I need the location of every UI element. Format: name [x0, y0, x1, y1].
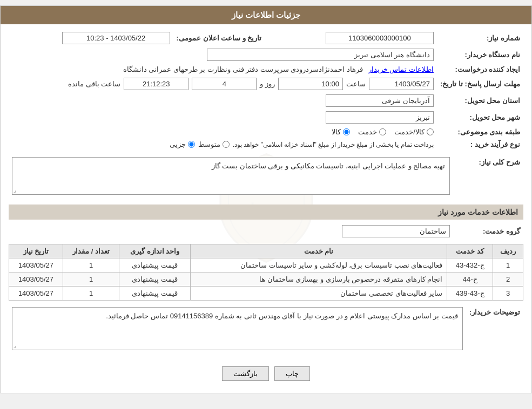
category-label: طبقه بندی موضوعی:: [437, 126, 523, 138]
cell-service-name: سایر فعالیت‌های تخصصی ساختمان: [190, 287, 447, 301]
print-button[interactable]: چاپ: [274, 366, 310, 381]
need-number-label: شماره نیاز:: [437, 30, 523, 46]
response-deadline-row: مهلت ارسال پاسخ: تا تاریخ: 1403/05/27 سا…: [9, 76, 523, 92]
purchase-motevaset-option[interactable]: متوسط: [198, 140, 230, 148]
response-days-label: روز و: [260, 80, 275, 88]
province-label: استان محل تحویل:: [437, 92, 523, 109]
announce-date-label: تاریخ و ساعت اعلان عمومی:: [173, 30, 273, 46]
cell-row-num: 1: [493, 258, 523, 272]
service-group-table: گروه خدمت: ساختمان: [9, 223, 523, 240]
info-table: شماره نیاز: 1103060003000100 تاریخ و ساع…: [9, 30, 523, 151]
requester-label: ایجاد کننده درخواست:: [437, 63, 523, 76]
services-section-header: اطلاعات خدمات مورد نیاز: [9, 204, 523, 220]
purchase-motevaset-label: متوسط: [198, 140, 220, 148]
city-label: شهر محل تحویل:: [437, 109, 523, 126]
category-radio-group: کالا/خدمت خدمت کالا: [12, 128, 434, 136]
service-group-label: گروه خدمت:: [453, 223, 523, 240]
cell-service-code: ح-44: [447, 272, 493, 287]
table-header: ردیف کد خدمت نام خدمت واحد اندازه گیری ت…: [9, 244, 523, 258]
main-container: جزئیات اطلاعات نیاز ا شماره نیاز: 110306…: [0, 5, 532, 393]
col-service-code: کد خدمت: [447, 244, 493, 258]
response-time: 10:00: [278, 78, 343, 90]
table-body: 1 ج-432-43 فعالیت‌های نصب تاسیسات برق، ل…: [9, 258, 523, 301]
requester-row: ایجاد کننده درخواست: اطلاعات تماس خریدار…: [9, 63, 523, 76]
category-khedmat-radio[interactable]: [379, 128, 386, 135]
content-area: ا شماره نیاز: 1103060003000100 تاریخ و س…: [1, 24, 531, 393]
response-days: 4: [192, 78, 257, 90]
cell-date: 1403/05/27: [9, 287, 63, 301]
purchase-jozi-label: جزیی: [170, 140, 186, 148]
cell-row-num: 3: [493, 287, 523, 301]
cell-quantity: 1: [63, 272, 119, 287]
col-service-name: نام خدمت: [190, 244, 447, 258]
response-date: 1403/05/27: [369, 78, 434, 90]
description-label: شرح کلی نیاز:: [453, 155, 523, 200]
cell-quantity: 1: [63, 287, 119, 301]
cell-date: 1403/05/27: [9, 272, 63, 287]
announce-date-value: 1403/05/22 - 10:23: [62, 32, 170, 44]
city-row: شهر محل تحویل: تبریز: [9, 109, 523, 126]
service-group-row: گروه خدمت: ساختمان: [9, 223, 523, 240]
cell-service-code: ج-43-439: [447, 287, 493, 301]
buyer-notes-row: توضیحات خریدار: قیمت بر اساس مدارک پیوست…: [9, 305, 523, 356]
requester-link[interactable]: اطلاعات تماس خریدار: [368, 65, 434, 73]
col-date: تاریخ نیاز: [9, 244, 63, 258]
back-button[interactable]: بازگشت: [222, 366, 269, 381]
cell-service-name: فعالیت‌های نصب تاسیسات برق، لوله‌کشی و س…: [190, 258, 447, 272]
province-value: آذربایجان شرقی: [326, 94, 434, 107]
response-remaining: 21:12:23: [124, 78, 188, 90]
province-row: استان محل تحویل: آذربایجان شرقی: [9, 92, 523, 109]
response-deadline-label: مهلت ارسال پاسخ: تا تاریخ:: [437, 76, 523, 92]
response-remaining-label: ساعت باقی مانده: [68, 80, 120, 88]
button-row: چاپ بازگشت: [9, 360, 523, 387]
buyer-notes-label: توضیحات خریدار:: [466, 305, 523, 356]
resize-handle[interactable]: ⌟: [14, 187, 16, 193]
col-row-num: ردیف: [493, 244, 523, 258]
header-title: جزئیات اطلاعات نیاز: [232, 10, 300, 19]
cell-service-code: ج-432-43: [447, 258, 493, 272]
buyer-notes-section: توضیحات خریدار: قیمت بر اساس مدارک پیوست…: [9, 305, 523, 356]
cell-service-name: انجام کارهای متفرقه درخصوص بارسازی و بهس…: [190, 272, 447, 287]
purchase-type-label: نوع فرآیند خرید :: [437, 138, 523, 151]
category-khedmat-label: خدمت: [358, 128, 377, 136]
description-value: تهیه مصالح و عملیات اجرایی ابنیه، تاسیسا…: [12, 157, 450, 195]
page-header: جزئیات اطلاعات نیاز: [1, 6, 531, 24]
services-data-table: ردیف کد خدمت نام خدمت واحد اندازه گیری ت…: [9, 244, 523, 301]
purchase-motevaset-radio[interactable]: [223, 141, 230, 148]
cell-unit: قیمت پیشنهادی: [119, 272, 191, 287]
table-header-row: ردیف کد خدمت نام خدمت واحد اندازه گیری ت…: [9, 244, 523, 258]
cell-unit: قیمت پیشنهادی: [119, 258, 191, 272]
purchase-jozi-option[interactable]: جزیی: [170, 140, 195, 148]
category-row: طبقه بندی موضوعی: کالا/خدمت خدمت: [9, 126, 523, 138]
buyer-org-label: نام دستگاه خریدار:: [437, 46, 523, 63]
category-khedmat-option[interactable]: خدمت: [358, 128, 386, 136]
table-row: 3 ج-43-439 سایر فعالیت‌های تخصصی ساختمان…: [9, 287, 523, 301]
category-kala-label: کالا: [332, 128, 341, 136]
response-time-label: ساعت: [346, 80, 366, 88]
description-row: شرح کلی نیاز: تهیه مصالح و عملیات اجرایی…: [9, 155, 523, 200]
buyer-notes-value: قیمت بر اساس مدارک پیوستی اعلام و در صور…: [12, 307, 463, 350]
category-kala-radio[interactable]: [343, 128, 350, 135]
service-group-value: ساختمان: [342, 225, 450, 237]
cell-unit: قیمت پیشنهادی: [119, 287, 191, 301]
purchase-type-row: نوع فرآیند خرید : پرداخت تمام یا بخشی از…: [9, 138, 523, 151]
category-kala-khedmat-radio[interactable]: [427, 128, 434, 135]
purchase-jozi-radio[interactable]: [188, 141, 195, 148]
notes-resize-handle[interactable]: ⌟: [14, 343, 16, 349]
buyer-notes-text: قیمت بر اساس مدارک پیوستی اعلام و در صور…: [106, 312, 458, 320]
city-value: تبریز: [326, 111, 434, 124]
category-kala-khedmat-label: کالا/خدمت: [394, 128, 425, 136]
purchase-type-note: پرداخت تمام یا بخشی از مبلغ خریدار از مب…: [233, 141, 434, 148]
buyer-org-value: دانشگاه هنر اسلامی تبریز: [207, 49, 434, 61]
cell-date: 1403/05/27: [9, 258, 63, 272]
category-kala-option[interactable]: کالا: [332, 128, 350, 136]
table-row: 2 ح-44 انجام کارهای متفرقه درخصوص بارساز…: [9, 272, 523, 287]
cell-row-num: 2: [493, 272, 523, 287]
category-kala-khedmat-option[interactable]: کالا/خدمت: [394, 128, 434, 136]
description-section: شرح کلی نیاز: تهیه مصالح و عملیات اجرایی…: [9, 155, 523, 200]
services-header-title: اطلاعات خدمات مورد نیاز: [438, 208, 518, 216]
col-quantity: تعداد / مقدار: [63, 244, 119, 258]
buyer-org-row: نام دستگاه خریدار: دانشگاه هنر اسلامی تب…: [9, 46, 523, 63]
need-number-value: 1103060003000100: [326, 32, 434, 44]
col-unit: واحد اندازه گیری: [119, 244, 191, 258]
